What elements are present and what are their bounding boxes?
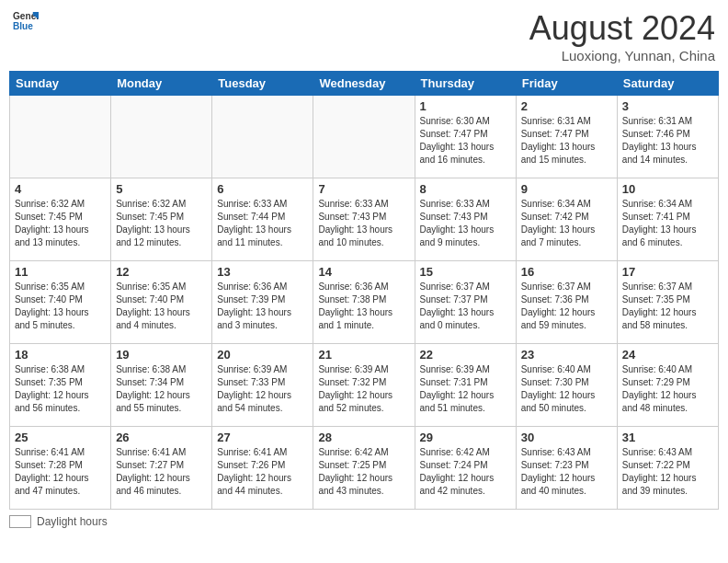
day-info: Sunrise: 6:37 AMSunset: 7:37 PMDaylight:… [420, 281, 511, 332]
day-info: Sunrise: 6:40 AMSunset: 7:29 PMDaylight:… [622, 363, 713, 415]
day-info: Sunrise: 6:34 AMSunset: 7:41 PMDaylight:… [622, 198, 713, 249]
day-number: 1 [420, 99, 511, 113]
day-info: Sunrise: 6:38 AMSunset: 7:35 PMDaylight:… [15, 363, 106, 415]
calendar-cell: 15Sunrise: 6:37 AMSunset: 7:37 PMDayligh… [415, 261, 516, 344]
day-number: 14 [318, 265, 409, 279]
day-number: 29 [420, 431, 511, 444]
day-number: 3 [622, 99, 713, 113]
day-number: 15 [420, 265, 511, 279]
day-info: Sunrise: 6:32 AMSunset: 7:45 PMDaylight:… [15, 198, 106, 249]
calendar-cell: 31Sunrise: 6:43 AMSunset: 7:22 PMDayligh… [617, 427, 718, 510]
day-info: Sunrise: 6:43 AMSunset: 7:22 PMDaylight:… [622, 446, 713, 498]
calendar-cell: 25Sunrise: 6:41 AMSunset: 7:28 PMDayligh… [10, 427, 111, 510]
day-number: 23 [521, 348, 612, 362]
day-info: Sunrise: 6:32 AMSunset: 7:45 PMDaylight:… [116, 198, 207, 249]
calendar-week-row: 18Sunrise: 6:38 AMSunset: 7:35 PMDayligh… [10, 344, 719, 427]
day-info: Sunrise: 6:39 AMSunset: 7:31 PMDaylight:… [420, 363, 511, 415]
calendar-cell [111, 96, 212, 178]
day-number: 13 [217, 265, 308, 279]
day-info: Sunrise: 6:34 AMSunset: 7:42 PMDaylight:… [521, 198, 612, 249]
day-info: Sunrise: 6:33 AMSunset: 7:44 PMDaylight:… [217, 198, 308, 249]
calendar-cell: 1Sunrise: 6:30 AMSunset: 7:47 PMDaylight… [415, 96, 516, 178]
day-number: 17 [622, 265, 713, 279]
calendar-cell: 29Sunrise: 6:42 AMSunset: 7:24 PMDayligh… [415, 427, 516, 510]
calendar-cell: 2Sunrise: 6:31 AMSunset: 7:47 PMDaylight… [516, 96, 617, 178]
day-info: Sunrise: 6:31 AMSunset: 7:46 PMDaylight:… [622, 115, 713, 167]
weekday-header: Friday [516, 72, 617, 96]
calendar-week-row: 4Sunrise: 6:32 AMSunset: 7:45 PMDaylight… [10, 178, 719, 261]
calendar-cell: 18Sunrise: 6:38 AMSunset: 7:35 PMDayligh… [10, 344, 111, 427]
day-number: 27 [217, 431, 308, 444]
day-number: 4 [15, 182, 106, 196]
day-info: Sunrise: 6:35 AMSunset: 7:40 PMDaylight:… [15, 281, 106, 332]
day-info: Sunrise: 6:43 AMSunset: 7:23 PMDaylight:… [521, 446, 612, 498]
calendar-cell [10, 96, 111, 178]
day-info: Sunrise: 6:39 AMSunset: 7:33 PMDaylight:… [217, 363, 308, 415]
day-info: Sunrise: 6:41 AMSunset: 7:28 PMDaylight:… [15, 446, 106, 498]
day-number: 31 [622, 431, 713, 444]
calendar-cell: 9Sunrise: 6:34 AMSunset: 7:42 PMDaylight… [516, 178, 617, 261]
location: Luoxiong, Yunnan, China [529, 48, 715, 63]
day-info: Sunrise: 6:33 AMSunset: 7:43 PMDaylight:… [420, 198, 511, 249]
calendar-cell: 4Sunrise: 6:32 AMSunset: 7:45 PMDaylight… [10, 178, 111, 261]
day-number: 20 [217, 348, 308, 362]
weekday-header-row: SundayMondayTuesdayWednesdayThursdayFrid… [10, 72, 719, 96]
day-number: 18 [15, 348, 106, 362]
day-number: 10 [622, 182, 713, 196]
day-number: 2 [521, 99, 612, 113]
day-info: Sunrise: 6:41 AMSunset: 7:27 PMDaylight:… [116, 446, 207, 498]
day-number: 7 [318, 182, 409, 196]
day-number: 6 [217, 182, 308, 196]
calendar-cell: 19Sunrise: 6:38 AMSunset: 7:34 PMDayligh… [111, 344, 212, 427]
svg-text:Blue: Blue [13, 21, 33, 31]
day-info: Sunrise: 6:42 AMSunset: 7:24 PMDaylight:… [420, 446, 511, 498]
day-info: Sunrise: 6:36 AMSunset: 7:38 PMDaylight:… [318, 281, 409, 332]
calendar-cell: 26Sunrise: 6:41 AMSunset: 7:27 PMDayligh… [111, 427, 212, 510]
logo: General Blue [13, 9, 39, 35]
weekday-header: Tuesday [212, 72, 313, 96]
legend-label: Daylight hours [37, 515, 108, 528]
calendar-cell: 22Sunrise: 6:39 AMSunset: 7:31 PMDayligh… [415, 344, 516, 427]
calendar-cell: 7Sunrise: 6:33 AMSunset: 7:43 PMDaylight… [313, 178, 415, 261]
calendar-cell: 11Sunrise: 6:35 AMSunset: 7:40 PMDayligh… [10, 261, 111, 344]
calendar-cell: 13Sunrise: 6:36 AMSunset: 7:39 PMDayligh… [212, 261, 313, 344]
day-number: 9 [521, 182, 612, 196]
calendar-cell: 12Sunrise: 6:35 AMSunset: 7:40 PMDayligh… [111, 261, 212, 344]
calendar-cell: 3Sunrise: 6:31 AMSunset: 7:46 PMDaylight… [617, 96, 718, 178]
day-info: Sunrise: 6:40 AMSunset: 7:30 PMDaylight:… [521, 363, 612, 415]
day-number: 30 [521, 431, 612, 444]
calendar-week-row: 1Sunrise: 6:30 AMSunset: 7:47 PMDaylight… [10, 96, 719, 178]
calendar-cell [212, 96, 313, 178]
calendar-cell: 6Sunrise: 6:33 AMSunset: 7:44 PMDaylight… [212, 178, 313, 261]
day-info: Sunrise: 6:42 AMSunset: 7:25 PMDaylight:… [318, 446, 409, 498]
day-number: 25 [15, 431, 106, 444]
calendar-table: SundayMondayTuesdayWednesdayThursdayFrid… [9, 71, 719, 510]
day-number: 5 [116, 182, 207, 196]
calendar-cell: 16Sunrise: 6:37 AMSunset: 7:36 PMDayligh… [516, 261, 617, 344]
calendar-cell: 23Sunrise: 6:40 AMSunset: 7:30 PMDayligh… [516, 344, 617, 427]
title-block: August 2024 Luoxiong, Yunnan, China [529, 9, 715, 63]
day-info: Sunrise: 6:37 AMSunset: 7:35 PMDaylight:… [622, 281, 713, 332]
logo-icon: General Blue [13, 9, 39, 35]
calendar-cell: 14Sunrise: 6:36 AMSunset: 7:38 PMDayligh… [313, 261, 415, 344]
calendar-cell: 17Sunrise: 6:37 AMSunset: 7:35 PMDayligh… [617, 261, 718, 344]
calendar-cell: 28Sunrise: 6:42 AMSunset: 7:25 PMDayligh… [313, 427, 415, 510]
weekday-header: Wednesday [313, 72, 415, 96]
month-title: August 2024 [529, 9, 715, 48]
calendar-cell: 21Sunrise: 6:39 AMSunset: 7:32 PMDayligh… [313, 344, 415, 427]
day-info: Sunrise: 6:39 AMSunset: 7:32 PMDaylight:… [318, 363, 409, 415]
day-info: Sunrise: 6:37 AMSunset: 7:36 PMDaylight:… [521, 281, 612, 332]
weekday-header: Monday [111, 72, 212, 96]
weekday-header: Sunday [10, 72, 111, 96]
day-info: Sunrise: 6:38 AMSunset: 7:34 PMDaylight:… [116, 363, 207, 415]
day-info: Sunrise: 6:33 AMSunset: 7:43 PMDaylight:… [318, 198, 409, 249]
day-info: Sunrise: 6:41 AMSunset: 7:26 PMDaylight:… [217, 446, 308, 498]
calendar-cell: 5Sunrise: 6:32 AMSunset: 7:45 PMDaylight… [111, 178, 212, 261]
calendar-cell: 20Sunrise: 6:39 AMSunset: 7:33 PMDayligh… [212, 344, 313, 427]
calendar-cell: 24Sunrise: 6:40 AMSunset: 7:29 PMDayligh… [617, 344, 718, 427]
weekday-header: Thursday [415, 72, 516, 96]
day-number: 28 [318, 431, 409, 444]
calendar-cell: 30Sunrise: 6:43 AMSunset: 7:23 PMDayligh… [516, 427, 617, 510]
calendar-cell [313, 96, 415, 178]
calendar-week-row: 25Sunrise: 6:41 AMSunset: 7:28 PMDayligh… [10, 427, 719, 510]
